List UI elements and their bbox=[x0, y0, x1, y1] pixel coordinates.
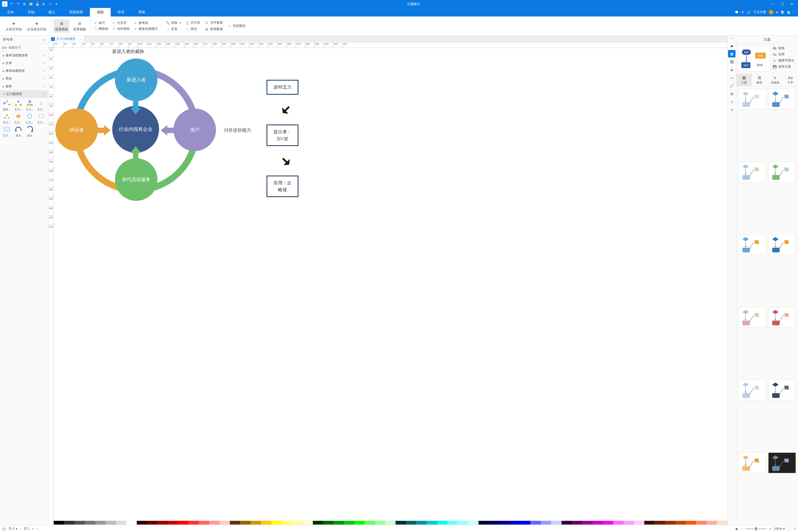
grid-icon[interactable]: ▦ bbox=[787, 11, 790, 14]
theme-item[interactable] bbox=[768, 162, 796, 182]
tool-fill-icon[interactable]: ◆ bbox=[728, 42, 736, 50]
color-swatch[interactable] bbox=[240, 521, 251, 525]
color-swatch[interactable] bbox=[468, 521, 478, 525]
open-icon[interactable]: 📁 bbox=[29, 2, 33, 6]
color-swatch[interactable] bbox=[676, 521, 686, 525]
redo-icon[interactable]: ↷ bbox=[16, 2, 20, 6]
category-item[interactable]: ▶文本× bbox=[0, 59, 48, 67]
color-swatch[interactable] bbox=[499, 521, 510, 525]
color-swatch[interactable] bbox=[116, 521, 126, 525]
color-swatch[interactable] bbox=[458, 521, 468, 525]
color-swatch[interactable] bbox=[530, 521, 541, 525]
color-swatch[interactable] bbox=[313, 521, 323, 525]
collapse-ribbon-icon[interactable]: ˄ bbox=[793, 11, 794, 14]
close-cat-icon[interactable]: × bbox=[44, 92, 45, 96]
shape-item[interactable]: 基本… bbox=[2, 99, 12, 111]
color-swatch[interactable] bbox=[448, 521, 458, 525]
color-swatch[interactable] bbox=[199, 521, 209, 525]
from-current-button[interactable]: ◉从当前页开始 bbox=[25, 19, 48, 33]
color-swatch[interactable] bbox=[230, 521, 240, 525]
zoom-out-icon[interactable]: − bbox=[741, 527, 743, 531]
play-icon[interactable]: ▶ bbox=[736, 527, 738, 531]
color-swatch[interactable] bbox=[489, 521, 499, 525]
search-category-icon[interactable]: ☰▾ bbox=[2, 46, 6, 50]
pagebreak-check[interactable]: ✓分页符 bbox=[111, 20, 131, 25]
color-swatch[interactable] bbox=[437, 521, 448, 525]
color-swatch[interactable] bbox=[686, 521, 696, 525]
color-swatch[interactable] bbox=[282, 521, 292, 525]
pagepreview-button[interactable]: ▭页面预览 bbox=[226, 23, 247, 29]
color-swatch[interactable] bbox=[271, 521, 282, 525]
shape-item[interactable]: 五力… bbox=[13, 99, 23, 111]
page-prev-icon[interactable]: ‹ bbox=[20, 527, 21, 531]
tool-table-icon[interactable]: ⊞ bbox=[728, 90, 736, 97]
theme-save-button[interactable]: 💾保存主题 bbox=[773, 64, 796, 69]
menu-symbol[interactable]: 符号 bbox=[111, 8, 131, 17]
color-swatch[interactable] bbox=[644, 521, 654, 525]
tool-shuffle-icon[interactable]: ⤨ bbox=[728, 106, 736, 113]
color-swatch[interactable] bbox=[344, 521, 354, 525]
close-cat-icon[interactable]: × bbox=[44, 84, 45, 88]
normal-view-button[interactable]: ▦普通视图 bbox=[54, 19, 70, 33]
vip-icon[interactable] bbox=[768, 10, 774, 15]
symbollib-button[interactable]: ◫符号库 bbox=[184, 20, 201, 25]
tool-chart-icon[interactable]: 📈 bbox=[728, 82, 736, 89]
category-item[interactable]: ▶商业× bbox=[0, 75, 48, 82]
color-swatch[interactable] bbox=[178, 521, 188, 525]
theme-item[interactable] bbox=[768, 453, 796, 473]
canvas[interactable]: 新进入者的威胁 新进入者 替代品或服务 供应者 用户 行业内现有企业 bbox=[54, 48, 727, 520]
color-swatch[interactable] bbox=[251, 521, 261, 525]
side-box-1[interactable]: 波特五力 bbox=[267, 80, 299, 95]
theme-item[interactable] bbox=[738, 89, 766, 109]
node-bottom[interactable]: 替代品或服务 bbox=[115, 158, 157, 201]
fullscreen-icon[interactable]: ⤢ bbox=[793, 527, 796, 531]
close-tab-icon[interactable]: × bbox=[79, 37, 81, 41]
color-swatch[interactable] bbox=[624, 521, 634, 525]
color-swatch[interactable] bbox=[64, 521, 75, 525]
rp-tab-theme[interactable]: ▦主题 bbox=[736, 74, 752, 86]
color-swatch[interactable] bbox=[147, 521, 157, 525]
category-item[interactable]: ▼五力图形状× bbox=[0, 90, 48, 98]
gridlines-check[interactable]: ☐网格线 bbox=[93, 26, 109, 32]
side-box-3[interactable]: 应用：企略规 bbox=[267, 175, 299, 197]
color-swatch[interactable] bbox=[106, 521, 116, 525]
node-top[interactable]: 新进入者 bbox=[115, 58, 157, 101]
color-swatch[interactable] bbox=[665, 521, 676, 525]
menu-layout[interactable]: 页面布局 bbox=[62, 8, 90, 17]
tool-layers-icon[interactable]: ◈ bbox=[728, 66, 736, 73]
theme-item[interactable] bbox=[738, 307, 766, 328]
color-swatch[interactable] bbox=[416, 521, 427, 525]
color-bar[interactable] bbox=[54, 520, 727, 525]
color-swatch[interactable] bbox=[334, 521, 344, 525]
filerecover-button[interactable]: ↻文件恢复 bbox=[204, 20, 224, 25]
color-swatch[interactable] bbox=[292, 521, 302, 525]
color-swatch[interactable] bbox=[188, 521, 199, 525]
expand-right-icon[interactable]: » bbox=[731, 37, 733, 40]
page-layout-icon[interactable]: ▯▯ bbox=[2, 527, 6, 531]
collapse-left-icon[interactable]: « bbox=[44, 38, 45, 42]
color-swatch[interactable] bbox=[706, 521, 717, 525]
page-add-icon[interactable]: + bbox=[32, 527, 34, 531]
node-right[interactable]: 用户 bbox=[173, 109, 216, 151]
tool-page-icon[interactable]: ▭ bbox=[728, 74, 736, 81]
color-swatch[interactable] bbox=[375, 521, 385, 525]
color-swatch[interactable] bbox=[593, 521, 603, 525]
color-swatch[interactable] bbox=[717, 521, 727, 525]
guides-check[interactable]: ✓参考线 bbox=[133, 20, 159, 25]
color-swatch[interactable] bbox=[168, 521, 178, 525]
page-next-icon[interactable]: › bbox=[37, 527, 38, 531]
color-swatch[interactable] bbox=[323, 521, 334, 525]
color-swatch[interactable] bbox=[220, 521, 230, 525]
color-swatch[interactable] bbox=[396, 521, 406, 525]
tool-image-icon[interactable]: 🖼 bbox=[728, 58, 736, 65]
new-icon[interactable]: ⊞ bbox=[22, 2, 26, 6]
zoom-value[interactable]: 100% ▾ bbox=[774, 527, 785, 531]
color-swatch[interactable] bbox=[654, 521, 665, 525]
category-item[interactable]: ▶基本绘图形状× bbox=[0, 67, 48, 75]
theme-item[interactable] bbox=[738, 234, 766, 255]
user-name[interactable]: 千言不赞 bbox=[753, 10, 766, 15]
fastconnect-check[interactable]: ✓极速连接模式 bbox=[133, 26, 159, 32]
ruler-check[interactable]: ✓标尺 bbox=[93, 20, 109, 25]
shapedata-button[interactable]: ⊞形状数据 bbox=[204, 26, 224, 32]
category-item[interactable]: ▶基本流程图形状× bbox=[0, 52, 48, 59]
